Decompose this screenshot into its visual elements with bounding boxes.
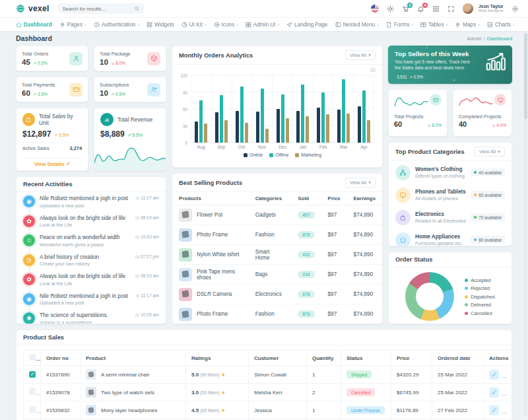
- bar-offline[interactable]: [301, 85, 304, 143]
- table-row[interactable]: Nylon White tshirtSmart Home432$97$74,89…: [172, 245, 382, 265]
- activity-item[interactable]: ✱The science of superstitions.Volume is …: [16, 309, 166, 324]
- row-checkbox[interactable]: ✓: [29, 371, 36, 378]
- table-row[interactable]: Photo FrameFashion876$97$74,890: [172, 225, 382, 245]
- bar-offline[interactable]: [199, 100, 203, 143]
- activity-item[interactable]: ◉Nile Robetz mentioned a jogh in postUpl…: [16, 192, 166, 212]
- nav-item-widgets[interactable]: Widgets: [147, 22, 174, 28]
- table-row[interactable]: Flower PotGadgets457$97$74,890: [172, 205, 382, 225]
- nav-item-ui-kit[interactable]: UI Kit›: [182, 22, 207, 28]
- monthly-orders-view-all-button[interactable]: View All▾: [345, 50, 376, 60]
- table-row[interactable]: #1539832Mony layer headphones4.5 (65 Mem…: [24, 402, 519, 419]
- bar-online[interactable]: [337, 110, 341, 143]
- bar-online[interactable]: [195, 122, 198, 143]
- bar-marketing[interactable]: [286, 118, 289, 143]
- bar-offline[interactable]: [281, 94, 284, 143]
- nav-item-pages[interactable]: Pages›: [59, 22, 86, 28]
- bar-online[interactable]: [358, 106, 361, 143]
- column-header-customer[interactable]: Customer: [249, 351, 307, 366]
- bar-offline[interactable]: [240, 87, 244, 143]
- bar-offline[interactable]: [321, 92, 325, 143]
- theme-sun-icon[interactable]: [387, 5, 394, 13]
- column-header-order-no[interactable]: Order no: [41, 351, 81, 366]
- column-header-price[interactable]: Price: [391, 351, 432, 366]
- best-selling-view-all-button[interactable]: View All▾: [345, 178, 376, 188]
- user-info[interactable]: Json Taylor Web Designer: [478, 4, 504, 14]
- nav-item-admin-ui[interactable]: Admin UI›: [246, 22, 279, 28]
- view-details-link[interactable]: View Details ↗: [22, 157, 82, 167]
- bar-online[interactable]: [317, 108, 320, 143]
- nav-item-icons[interactable]: Icons›: [214, 22, 238, 28]
- edit-button[interactable]: [489, 370, 499, 380]
- column-header-status[interactable]: Status: [341, 351, 391, 366]
- table-row[interactable]: Pink Tape mens shoesBags234$97$74,890: [172, 265, 382, 285]
- scrollbar[interactable]: [524, 33, 527, 416]
- search-icon[interactable]: [134, 6, 139, 11]
- bar-online[interactable]: [236, 111, 239, 143]
- legend-item-accepted[interactable]: Accepted: [465, 277, 495, 283]
- column-header-earnings[interactable]: Earnings: [347, 192, 382, 205]
- column-header-products[interactable]: Products: [172, 192, 249, 205]
- category-item-electronics[interactable]: ElectronicsRelated to all Electronics70 …: [389, 206, 512, 228]
- nav-item-charts[interactable]: Charts›: [487, 22, 515, 28]
- row-checkbox[interactable]: [29, 388, 36, 395]
- user-avatar[interactable]: [463, 3, 473, 14]
- table-row[interactable]: DSLR CameraElectronics678$97$74,890: [172, 285, 382, 304]
- bar-marketing[interactable]: [367, 120, 370, 143]
- activity-item[interactable]: ✿Always look on the bright side of lifeL…: [16, 212, 166, 232]
- nav-item-forms[interactable]: Forms›: [386, 22, 413, 28]
- bar-marketing[interactable]: [306, 116, 309, 143]
- top-categories-view-all-button[interactable]: View All▾: [475, 147, 505, 157]
- legend-item-delivered[interactable]: Delivered: [465, 302, 495, 308]
- column-header-ratings[interactable]: Ratings: [186, 351, 249, 366]
- bar-offline[interactable]: [220, 95, 223, 143]
- row-checkbox[interactable]: [29, 406, 36, 413]
- search-box[interactable]: [57, 3, 145, 14]
- language-flag-icon[interactable]: [371, 5, 379, 13]
- legend-item-cancelled[interactable]: Cancelled: [465, 310, 495, 316]
- table-row[interactable]: ✓#1537890A semi minimal chair5.0 (90 Mem…: [24, 366, 519, 384]
- apps-grid-icon[interactable]: [432, 5, 440, 13]
- nav-item-maps[interactable]: Maps›: [455, 22, 480, 28]
- bar-offline[interactable]: [362, 90, 366, 143]
- column-header-categories[interactable]: Categories: [249, 192, 292, 205]
- bar-offline[interactable]: [342, 79, 345, 143]
- activity-item[interactable]: ◉Nile Robetz mentioned a jogh in postUpl…: [16, 290, 166, 310]
- activity-item[interactable]: ✿Always look on the bright side of lifeL…: [16, 270, 166, 290]
- bar-marketing[interactable]: [265, 129, 269, 143]
- activity-item[interactable]: ◷A brief history of creationCreate your …: [16, 251, 166, 271]
- legend-item-offline[interactable]: Offline: [269, 153, 288, 157]
- nav-item-nested-menu[interactable]: Nested Menu›: [335, 22, 379, 28]
- order-status-donut-chart[interactable]: [405, 272, 454, 321]
- bar-marketing[interactable]: [245, 123, 248, 143]
- bar-online[interactable]: [256, 112, 259, 143]
- settings-gear-icon[interactable]: [512, 5, 519, 13]
- chart-menu-icon[interactable]: [370, 67, 376, 73]
- bar-online[interactable]: [215, 112, 218, 143]
- category-item-women-s-clothing[interactable]: Women's ClothingDiffernt types of clothi…: [389, 161, 512, 184]
- activity-item[interactable]: ☺Peace on earth a wonderful widthWonderf…: [16, 231, 166, 251]
- legend-item-rejected[interactable]: Rejected: [465, 285, 495, 291]
- category-item-home-appliances[interactable]: Home AppliancesFurnitures,gadgets etc..8…: [389, 228, 512, 246]
- column-header-product[interactable]: Product: [81, 351, 186, 366]
- column-header-sold[interactable]: Sold: [291, 192, 321, 205]
- bar-marketing[interactable]: [224, 120, 228, 143]
- column-header-quantity[interactable]: Quantity: [307, 351, 341, 366]
- nav-item-dashboard[interactable]: Dashboard: [16, 22, 52, 28]
- fullscreen-icon[interactable]: [447, 5, 455, 13]
- legend-item-dispatched[interactable]: Dispatched: [465, 294, 495, 300]
- bar-offline[interactable]: [261, 88, 264, 143]
- table-row[interactable]: #1539078Two type of watch sets3.0 (50 Me…: [24, 384, 519, 402]
- category-item-phones-and-tablets[interactable]: Phones and TabletsAll models of phones60…: [389, 184, 512, 206]
- nav-item-tables[interactable]: Tables›: [420, 22, 447, 28]
- table-row[interactable]: Photo FrameFashion876$97$74,890: [172, 304, 382, 324]
- legend-item-online[interactable]: Online: [244, 153, 263, 157]
- column-header-ordered-date[interactable]: Ordered date: [432, 351, 484, 366]
- search-input[interactable]: [63, 6, 131, 12]
- select-all-checkbox[interactable]: [29, 354, 36, 361]
- breadcrumb-parent[interactable]: Admin: [467, 36, 482, 42]
- legend-item-marketing[interactable]: Marketing: [295, 153, 321, 157]
- edit-button[interactable]: [489, 388, 499, 398]
- brand-logo[interactable]: vexel: [16, 4, 50, 13]
- column-header-price[interactable]: Price: [321, 192, 347, 205]
- bar-marketing[interactable]: [346, 114, 350, 143]
